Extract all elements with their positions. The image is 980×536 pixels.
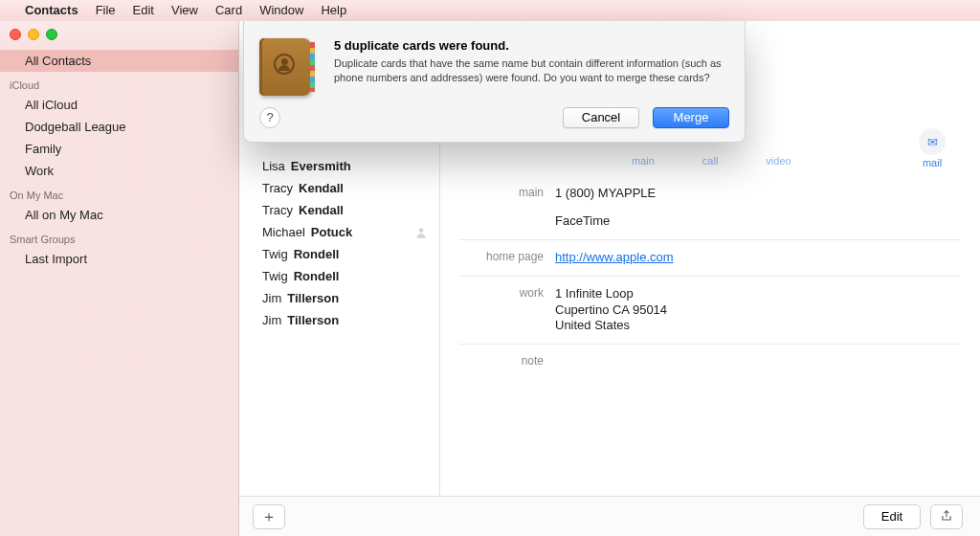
help-button[interactable]: ? [259, 107, 280, 128]
field-label-work: work [440, 286, 555, 335]
share-button[interactable] [930, 504, 963, 529]
contacts-app-icon [259, 38, 321, 100]
minimize-window-button[interactable] [28, 29, 39, 40]
app-menu[interactable]: Contacts [25, 3, 78, 17]
sidebar-item-last-import[interactable]: Last Import [0, 248, 238, 270]
contact-list-item[interactable]: JimTillerson [239, 287, 439, 309]
field-label-homepage: home page [440, 250, 555, 266]
me-indicator-icon [414, 226, 428, 239]
sidebar-section-smart-groups: Smart Groups [0, 226, 238, 248]
zoom-window-button[interactable] [46, 29, 57, 40]
merge-button[interactable]: Merge [653, 107, 729, 128]
mail-icon: ✉︎ [919, 128, 946, 155]
contact-list-item[interactable]: TwigRondell [239, 243, 439, 265]
sidebar-item-all-on-my-mac[interactable]: All on My Mac [0, 204, 238, 226]
action-mail[interactable]: ✉︎ mail [919, 128, 946, 168]
contact-list-item[interactable]: LisaEversmith [239, 155, 439, 177]
menu-card[interactable]: Card [215, 3, 242, 17]
menu-view[interactable]: View [171, 3, 198, 17]
menu-edit[interactable]: Edit [133, 3, 154, 17]
sidebar-item-all-icloud[interactable]: All iCloud [0, 94, 238, 116]
cancel-button[interactable]: Cancel [563, 107, 639, 128]
sidebar-item-all-contacts[interactable]: All Contacts [0, 50, 238, 72]
action-mail-label: mail [919, 157, 946, 168]
contact-list-item[interactable]: TwigRondell [239, 265, 439, 287]
sidebar-item-work[interactable]: Work [0, 160, 238, 182]
share-icon [940, 509, 953, 523]
window-controls [10, 29, 57, 40]
sidebar: All Contacts iCloud All iCloud Dodgeball… [0, 21, 239, 536]
menu-file[interactable]: File [96, 3, 116, 17]
dialog-title: 5 duplicate cards were found. [334, 38, 729, 53]
field-value-homepage[interactable]: http://www.apple.com [555, 250, 674, 264]
menu-window[interactable]: Window [259, 3, 303, 17]
field-value-phone[interactable]: 1 (800) MYAPPLE [555, 186, 656, 202]
menu-help[interactable]: Help [321, 3, 346, 17]
field-value-work-address[interactable]: 1 Infinite Loop Cupertino CA 95014 Unite… [555, 286, 667, 335]
sidebar-item-dodgeball-league[interactable]: Dodgeball League [0, 116, 238, 138]
edit-button[interactable]: Edit [863, 504, 921, 529]
sidebar-item-family[interactable]: Family [0, 138, 238, 160]
contact-list-item[interactable]: JimTillerson [239, 309, 439, 331]
field-label-phone: main [440, 186, 555, 202]
field-value-facetime[interactable]: FaceTime [555, 213, 610, 230]
detail-bottom-bar: Edit [440, 496, 980, 536]
contact-list-item[interactable]: TracyKendall [239, 199, 439, 221]
field-label-note: note [440, 354, 555, 368]
contact-list-item[interactable]: TracyKendall [239, 177, 439, 199]
dialog-message: Duplicate cards that have the same name … [334, 56, 729, 86]
add-contact-button[interactable]: ＋ [253, 504, 285, 529]
contact-list-bottom-bar: ＋ [239, 496, 440, 536]
sidebar-section-icloud: iCloud [0, 72, 238, 94]
menu-bar: Contacts File Edit View Card Window Help [0, 0, 980, 21]
sidebar-section-on-my-mac: On My Mac [0, 182, 238, 204]
duplicate-cards-dialog: 5 duplicate cards were found. Duplicate … [243, 21, 746, 143]
close-window-button[interactable] [10, 29, 21, 40]
svg-point-0 [419, 228, 424, 233]
contact-list-item[interactable]: MichaelPotuck [239, 221, 439, 243]
